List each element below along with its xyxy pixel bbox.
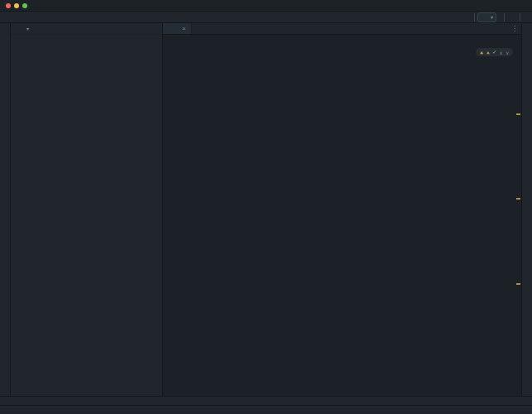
project-icon (14, 25, 22, 32)
right-tool-stripe (521, 23, 532, 396)
editor-tab-bar: × ⋮ (163, 23, 521, 35)
code-editor[interactable]: ▲ ▲ ✔ ∧ ∨ (163, 35, 521, 396)
run-configuration-select[interactable]: ▾ (477, 12, 496, 22)
scrollbar-warning-mark (516, 113, 520, 115)
traffic-lights[interactable] (6, 3, 27, 8)
tool-window-bar (0, 396, 532, 405)
hide-panel-button[interactable] (149, 24, 159, 34)
collapse-all-button[interactable] (109, 24, 119, 34)
plugin-status-icon (512, 407, 520, 414)
maximize-window-icon[interactable] (22, 3, 27, 8)
inspections-widget[interactable]: ▲ ▲ ✔ ∧ ∨ (476, 48, 513, 56)
spring-boot-icon (481, 14, 487, 21)
main-toolbar: ▾ (0, 12, 532, 23)
next-problem-icon[interactable]: ∨ (506, 50, 509, 55)
view-options-button[interactable] (122, 24, 132, 34)
left-tool-stripe (0, 23, 11, 396)
editor-area: × ⋮ ▲ ▲ ✔ ∧ ∨ (163, 23, 521, 396)
sync-status[interactable] (512, 407, 521, 414)
terminal-status-icon[interactable] (5, 405, 15, 414)
project-tree (11, 35, 162, 396)
close-tab-icon[interactable]: × (182, 25, 186, 32)
prev-problem-icon[interactable]: ∧ (500, 50, 503, 55)
settings-gear-icon[interactable] (136, 24, 146, 34)
project-panel-header: ▾ (11, 23, 162, 35)
select-opened-file-button[interactable] (96, 24, 106, 34)
notifications-icon[interactable] (496, 405, 506, 414)
close-window-icon[interactable] (6, 3, 11, 8)
scrollbar-warning-mark (516, 283, 520, 285)
chevron-down-icon[interactable]: ▾ (26, 26, 29, 31)
event-log-status-icon (519, 397, 525, 404)
spring-boot-class-icon (168, 25, 175, 32)
status-bar (0, 405, 532, 414)
event-log-button[interactable] (519, 397, 527, 404)
minimize-window-icon[interactable] (14, 3, 19, 8)
lock-icon[interactable] (481, 405, 491, 414)
project-tool-window: ▾ (11, 23, 163, 396)
editor-options-icon[interactable]: ⋮ (508, 25, 521, 32)
git-branch-icon (466, 407, 473, 414)
keyboard-icon[interactable] (427, 405, 437, 414)
scrollbar-warning-mark (516, 198, 520, 200)
window-titlebar (0, 0, 532, 12)
git-branch[interactable] (466, 407, 475, 414)
tab-quickforumapplication[interactable]: × (163, 23, 192, 34)
chevron-down-icon: ▾ (491, 14, 493, 20)
